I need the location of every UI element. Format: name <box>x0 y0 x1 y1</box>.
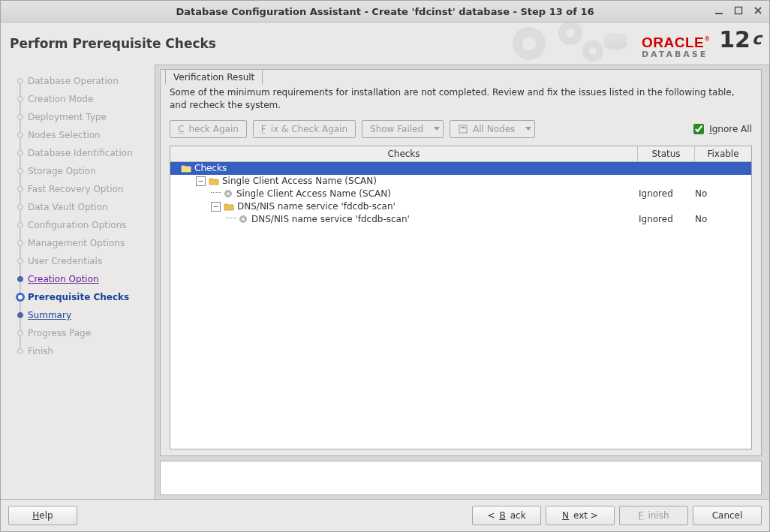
svg-point-5 <box>566 29 575 38</box>
step-deployment-type: Deployment Type <box>11 108 155 126</box>
toolbar: Check Again Fix & Check Again Show Faile… <box>170 120 752 138</box>
title-bar: Database Configuration Assistant - Creat… <box>1 1 769 23</box>
svg-rect-10 <box>459 125 467 133</box>
step-user-credentials: User Credentials <box>11 252 155 270</box>
step-prerequisite-checks: Prerequisite Checks <box>11 288 155 306</box>
step-finish: Finish <box>11 342 155 360</box>
table-row[interactable]: −DNS/NIS name service 'fdcdb-scan' <box>170 200 751 213</box>
step-management-options: Management Options <box>11 234 155 252</box>
svg-rect-11 <box>461 127 465 128</box>
table-row[interactable]: Single Client Access Name (SCAN)IgnoredN… <box>170 188 751 200</box>
check-label: Single Client Access Name (SCAN) <box>236 188 391 200</box>
step-database-operation: Database Operation <box>11 72 155 90</box>
status-value: Ignored <box>639 213 695 226</box>
step-sidebar: Database OperationCreation ModeDeploymen… <box>1 65 155 500</box>
svg-rect-1 <box>735 8 742 14</box>
ignore-all-checkbox[interactable]: Ignore All <box>690 122 752 137</box>
table-row[interactable]: −Single Client Access Name (SCAN) <box>170 175 751 188</box>
fixable-value: No <box>695 213 751 226</box>
table-row[interactable]: DNS/NIS name service 'fdcdb-scan'Ignored… <box>170 213 751 226</box>
check-label: Checks <box>194 162 227 175</box>
page-title: Perform Prerequisite Checks <box>1 36 216 51</box>
check-label: DNS/NIS name service 'fdcdb-scan' <box>237 200 396 213</box>
tree-toggle-icon[interactable]: − <box>196 176 206 186</box>
window-title: Database Configuration Assistant - Creat… <box>1 6 769 17</box>
check-label: DNS/NIS name service 'fdcdb-scan' <box>251 213 410 226</box>
info-message: Some of the minimum requirements for ins… <box>170 86 752 113</box>
status-value: Ignored <box>639 188 695 200</box>
next-button[interactable]: Next > <box>546 506 615 525</box>
svg-point-9 <box>603 33 627 42</box>
step-creation-mode: Creation Mode <box>11 90 155 108</box>
step-nodes-selection: Nodes Selection <box>11 126 155 144</box>
col-checks[interactable]: Checks <box>170 146 638 161</box>
svg-point-7 <box>589 47 597 55</box>
step-fast-recovery-option: Fast Recovery Option <box>11 180 155 198</box>
maximize-button[interactable] <box>732 4 745 17</box>
header-band: Perform Prerequisite Checks ORACLE® DATA… <box>1 23 769 65</box>
checks-table: Checks Status Fixable Checks−Single Clie… <box>170 146 752 449</box>
step-progress-page: Progress Page <box>11 324 155 342</box>
oracle-logo: ORACLE® DATABASE 12c <box>642 26 762 62</box>
footer-bar: Help < Back Next > Finish Cancel <box>1 499 769 531</box>
verification-panel: Verification Result Some of the minimum … <box>160 69 762 456</box>
svg-point-13 <box>227 193 229 195</box>
check-label: Single Client Access Name (SCAN) <box>222 175 377 188</box>
cancel-button[interactable]: Cancel <box>693 506 762 525</box>
step-configuration-options: Configuration Options <box>11 216 155 234</box>
minimize-button[interactable] <box>712 4 726 17</box>
step-summary[interactable]: Summary <box>11 306 155 324</box>
show-failed-dropdown[interactable]: Show Failed <box>362 120 444 138</box>
back-button[interactable]: < Back <box>472 506 541 525</box>
col-fixable[interactable]: Fixable <box>695 146 751 161</box>
all-nodes-dropdown[interactable]: All Nodes <box>450 120 535 138</box>
step-data-vault-option: Data Vault Option <box>11 198 155 216</box>
main-panel: Verification Result Some of the minimum … <box>155 65 769 500</box>
tree-toggle-icon[interactable]: − <box>211 202 221 212</box>
fix-check-again-button[interactable]: Fix & Check Again <box>253 120 356 138</box>
finish-button[interactable]: Finish <box>619 506 688 525</box>
help-button[interactable]: Help <box>8 506 77 525</box>
server-icon <box>458 124 468 134</box>
close-button[interactable] <box>751 4 765 17</box>
col-status[interactable]: Status <box>638 146 695 161</box>
step-database-identification: Database Identification <box>11 144 155 162</box>
tab-verification-result[interactable]: Verification Result <box>165 69 263 85</box>
svg-point-15 <box>242 218 244 221</box>
step-creation-option[interactable]: Creation Option <box>11 270 155 288</box>
details-panel <box>160 461 762 495</box>
gear-decoration <box>499 21 634 67</box>
step-storage-option: Storage Option <box>11 162 155 180</box>
table-row[interactable]: Checks <box>170 162 751 175</box>
fixable-value: No <box>695 188 751 200</box>
check-again-button[interactable]: Check Again <box>170 120 247 138</box>
svg-rect-0 <box>715 13 723 14</box>
svg-point-3 <box>522 37 536 50</box>
